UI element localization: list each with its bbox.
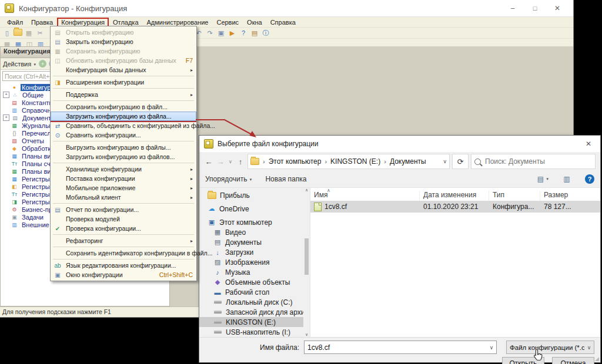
bp-icon[interactable]: ⚙	[11, 206, 18, 213]
scroll-up-icon[interactable]	[305, 188, 308, 193]
nav-item[interactable]: ↓Загрузки	[199, 247, 303, 257]
nav-item[interactable]: USB-накопитель (I:)	[199, 327, 303, 337]
reg-calc-icon[interactable]: ◨	[11, 198, 18, 205]
actions-button[interactable]: Действия	[3, 60, 36, 68]
catalogs-icon[interactable]: ▥	[11, 107, 18, 113]
video-icon[interactable]: ▦	[213, 228, 222, 236]
menu-item[interactable]: Проверка модулей	[51, 214, 196, 224]
cut-icon[interactable]: ✂	[35, 29, 45, 38]
compare-merge-icon[interactable]: ⇄	[53, 123, 62, 129]
menu-item[interactable]: Конфигурация базы данных	[51, 65, 196, 75]
menu-item[interactable]: ◨Расширения конфигурации	[51, 77, 196, 87]
check-config-icon[interactable]: ✔	[53, 225, 62, 232]
disk-icon[interactable]	[214, 301, 222, 304]
nav-item[interactable]: ▤Документы	[199, 237, 303, 247]
menu-item[interactable]: Сохранить конфигурацию в файл...	[51, 102, 196, 112]
help-icon[interactable]	[585, 174, 594, 184]
computer-icon[interactable]: ▣	[208, 218, 216, 226]
desktop-icon[interactable]: ▬	[213, 288, 222, 296]
menu-item[interactable]: ⇄Сравнить, объединить с конфигурацией из…	[51, 121, 196, 130]
menu-item[interactable]: Рефакторинг	[51, 236, 196, 245]
menubar-item[interactable]: Отладка	[109, 18, 142, 26]
preview-pane-icon[interactable]: ▥	[561, 175, 572, 183]
reg-accum-icon[interactable]: ◧	[11, 183, 18, 190]
close-config-icon[interactable]: ▤	[53, 39, 62, 45]
filename-dropdown-icon[interactable]	[487, 345, 496, 350]
refresh-icon[interactable]	[452, 154, 469, 169]
help-book-icon[interactable]: ▤	[250, 29, 259, 38]
menubar-item[interactable]: Правка	[28, 18, 56, 26]
menu-item[interactable]: Поддержка	[51, 90, 196, 99]
menu-item[interactable]: ▤Открыть конфигурацию	[51, 28, 196, 37]
reports-icon[interactable]: ▧	[11, 137, 18, 144]
reg-info-icon[interactable]: ▦	[11, 176, 18, 182]
reg-acct-icon[interactable]: Тт	[11, 191, 18, 197]
ext-icon[interactable]: ▥	[11, 221, 18, 228]
filename-combo[interactable]	[304, 341, 497, 354]
extensions-icon[interactable]: ◨	[53, 79, 62, 86]
report-icon[interactable]: ▤	[53, 207, 62, 213]
pictures-icon[interactable]: ▨	[213, 258, 222, 266]
cancel-button[interactable]: Отмена	[552, 357, 594, 364]
breadcrumb-item[interactable]: KINGSTON (E:)	[330, 157, 380, 166]
column-header[interactable]: Дата изменения	[420, 191, 489, 201]
menu-item[interactable]: ▣Окно конфигурацииCtrl+Shift+C	[51, 270, 196, 279]
column-header[interactable]: Размер	[540, 191, 600, 201]
scroll-down-icon[interactable]	[305, 332, 308, 337]
breadcrumb-item[interactable]: Документы	[390, 157, 426, 166]
scrollbar-thumb[interactable]	[305, 238, 309, 275]
documents-icon[interactable]: ▤	[11, 114, 19, 121]
menu-item[interactable]: ⊙Сравнить конфигурации...	[51, 130, 196, 140]
menubar-item[interactable]: Администрирование	[143, 18, 212, 26]
dialog-close-button[interactable]	[577, 136, 600, 152]
breadcrumb-item[interactable]: Этот компьютер	[269, 157, 322, 166]
expand-icon[interactable]	[3, 114, 9, 121]
save-icon[interactable]: ▦	[24, 29, 34, 38]
disk-icon[interactable]	[214, 331, 222, 333]
nav-scrollbar[interactable]	[303, 188, 310, 337]
compare-icon[interactable]: ⊙	[53, 132, 62, 139]
forward-icon[interactable]: →	[216, 156, 225, 167]
menu-item[interactable]: Загрузить конфигурацию из файлов...	[51, 152, 196, 161]
info-icon[interactable]: ⓘ	[261, 29, 270, 38]
nav-item[interactable]: Запасной диск для архива	[199, 307, 303, 317]
music-icon[interactable]: ♪	[213, 268, 222, 276]
redo-icon[interactable]: ↷	[205, 29, 215, 38]
expand-icon[interactable]	[3, 92, 9, 98]
menubar-item[interactable]: Окна	[243, 18, 266, 26]
close-button[interactable]	[546, 1, 568, 15]
menu-item[interactable]: ◫Обновить конфигурацию базы данныхF7	[51, 56, 196, 65]
resize-grip-icon[interactable]	[595, 356, 599, 362]
charts-char-icon[interactable]: ▦	[11, 153, 18, 159]
nav-item[interactable]: KINGSTON (E:)	[199, 317, 303, 327]
menu-item[interactable]: ▦Сохранить конфигурацию	[51, 46, 196, 56]
constants-icon[interactable]: ▤	[11, 99, 18, 106]
nav-item[interactable]: ☁OneDrive	[199, 204, 303, 214]
update-db-icon[interactable]: ◫	[53, 58, 62, 64]
debug-run-icon[interactable]: ▶	[228, 29, 237, 38]
breadcrumb[interactable]: Этот компьютерKINGSTON (E:)Документы	[248, 154, 450, 169]
menu-item[interactable]: Выгрузить конфигурацию в файлы...	[51, 143, 196, 152]
dialog-search-input[interactable]	[484, 157, 592, 166]
journals-icon[interactable]: ▦	[11, 122, 18, 129]
nav-item[interactable]: Локальный диск (C:)	[199, 297, 303, 307]
language-icon[interactable]: ab	[53, 262, 62, 269]
up-icon[interactable]: ↑	[236, 156, 245, 167]
cloud-icon[interactable]: ☁	[208, 205, 216, 213]
menu-item[interactable]: abЯзык редактирования конфигурации...	[51, 261, 196, 270]
menubar-item[interactable]: Конфигурация	[58, 18, 108, 26]
file-row[interactable]: 1cv8.cf01.10.2020 23:21Конфигура...78 12…	[310, 201, 600, 213]
menubar-item[interactable]: Файл	[4, 18, 26, 26]
syntax-check-icon[interactable]: ?	[239, 29, 248, 38]
filename-input[interactable]	[305, 343, 487, 352]
nav-item[interactable]: ♪Музыка	[199, 267, 303, 277]
open-config-icon[interactable]: ▤	[53, 29, 62, 36]
breadcrumb-dropdown-icon[interactable]	[443, 159, 447, 164]
view-mode-icon[interactable]: ▤	[538, 175, 549, 183]
disk-icon[interactable]	[214, 311, 222, 314]
back-icon[interactable]: ←	[204, 156, 213, 167]
organize-button[interactable]: Упорядочить	[205, 175, 252, 183]
enums-icon[interactable]: {}	[11, 130, 18, 136]
column-header[interactable]: Тип	[489, 191, 540, 201]
maximize-button[interactable]	[524, 1, 546, 15]
